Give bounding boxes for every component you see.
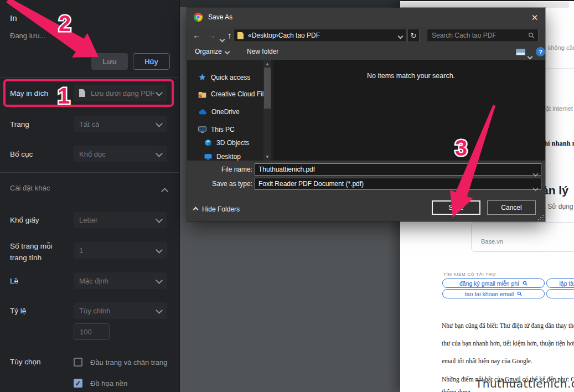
save-type-label: Save as type:: [187, 180, 252, 188]
forward-icon[interactable]: →: [208, 30, 216, 40]
scrollbar-thumb[interactable]: [264, 68, 271, 109]
pages-per-sheet-dropdown[interactable]: 1: [74, 242, 167, 259]
sidebar-item-this-pc[interactable]: This PC: [198, 126, 235, 133]
help-icon[interactable]: ?: [536, 47, 545, 56]
back-icon[interactable]: ←: [193, 30, 201, 40]
breadcrumb-collapse[interactable]: «: [248, 32, 252, 39]
pages-label: Trang: [10, 120, 29, 128]
paper-size-dropdown[interactable]: Letter: [74, 212, 167, 228]
scroll-down-icon[interactable]: ▼: [263, 153, 271, 161]
pages-per-sheet-value: 1: [79, 246, 83, 255]
hide-folders-button[interactable]: Hide Folders: [194, 205, 240, 213]
dialog-body: Quick access Creative Cloud Fil OneDrive…: [187, 60, 545, 161]
search-pill[interactable]: [546, 289, 574, 298]
print-save-button[interactable]: Lưu: [91, 53, 128, 70]
view-thumbnails-icon[interactable]: [516, 49, 525, 55]
dialog-titlebar[interactable]: Save As ✕: [187, 8, 545, 27]
page-heading-fragment: ản lý: [542, 184, 568, 197]
sidebar-item-3d-objects[interactable]: 3D Objects: [204, 139, 249, 147]
search-pill[interactable]: đăng ký gmail miễn phí: [442, 278, 545, 288]
file-name-input[interactable]: Thuthuattienich.pdf: [255, 163, 541, 176]
screen: không cần c ặt internet hí nhanh nhấ ản …: [0, 0, 574, 392]
page-paragraph-line: thư của bạn nhanh hơn, tiết kiệm hơn, th…: [442, 340, 574, 347]
dialog-filename-section: File name: Thuthuattienich.pdf Save as t…: [187, 161, 545, 194]
paper-size-value: Letter: [79, 216, 97, 224]
breadcrumb-current-folder[interactable]: Cach tao PDF: [278, 32, 320, 39]
dialog-nav-row: ← → ↑ « Desktop › Cach tao PDF ↻: [187, 27, 545, 44]
paper-size-label: Khổ giấy: [10, 216, 39, 224]
scroll-up-icon[interactable]: ▲: [263, 60, 271, 68]
search-box[interactable]: [427, 29, 539, 42]
resize-grip[interactable]: [538, 215, 544, 220]
hide-folders-label: Hide Folders: [202, 205, 240, 213]
onedrive-cloud-icon: [198, 109, 207, 115]
header-footer-checkbox[interactable]: [74, 358, 82, 367]
new-folder-button[interactable]: New folder: [247, 48, 278, 55]
print-preview-top-strip: [179, 0, 401, 7]
pill-label: đăng ký gmail miễn phí: [459, 280, 519, 287]
search-input[interactable]: [431, 31, 528, 40]
cancel-button[interactable]: Cancel: [487, 200, 536, 215]
sidebar-item-desktop[interactable]: Desktop: [204, 153, 241, 161]
print-cancel-button[interactable]: Hủy: [133, 53, 170, 70]
organize-button[interactable]: Organize: [195, 48, 229, 55]
sidebar-scrollbar[interactable]: ▲ ▼: [263, 60, 271, 161]
scale-percent-input[interactable]: 100: [74, 323, 110, 340]
file-name-dropdown-chevron-icon[interactable]: [534, 168, 537, 178]
scale-dropdown[interactable]: Tùy chỉnh: [74, 302, 167, 319]
source-card: [471, 222, 574, 252]
recent-locations-chevron-icon[interactable]: [220, 34, 224, 44]
chevron-down-icon: [157, 247, 162, 254]
chevron-up-icon: [193, 207, 199, 212]
cube-icon: [204, 139, 212, 147]
layout-label: Bố cục: [10, 150, 33, 158]
sidebar-item-label: OneDrive: [211, 108, 240, 116]
search-pill[interactable]: tao tai khoan email: [442, 289, 545, 298]
sidebar-item-quick-access[interactable]: Quick access: [198, 73, 250, 81]
step1-highlight-box: [3, 79, 174, 107]
chevron-down-icon: [157, 307, 162, 314]
pages-dropdown[interactable]: Tất cả: [74, 116, 167, 132]
desktop-icon: [204, 153, 212, 160]
save-type-value: Foxit Reader PDF Document (*.pdf): [258, 180, 364, 188]
watermark: Thuthuattienich.com: [475, 377, 574, 390]
more-settings-header[interactable]: Cài đặt khác: [10, 184, 50, 192]
layout-dropdown[interactable]: Khổ dọc: [74, 146, 167, 162]
dialog-title: Save As: [208, 13, 232, 21]
save-type-dropdown-chevron-icon[interactable]: [534, 182, 537, 192]
page-text-fragment: không cần c: [548, 44, 574, 51]
margins-dropdown[interactable]: Mặc định: [74, 272, 167, 289]
dialog-toolbar: Organize New folder ?: [187, 44, 545, 60]
file-list-area[interactable]: No items match your search.: [273, 60, 545, 161]
page-paragraph-line: thông dụng…: [442, 389, 477, 392]
up-icon[interactable]: ↑: [227, 30, 232, 40]
page-top-strip: [400, 2, 569, 8]
chevron-down-icon: [157, 151, 162, 157]
file-name-value: Thuthuattienich.pdf: [258, 166, 315, 173]
page-paragraph-line: email tốt nhất hiện nay của Google.: [442, 358, 532, 364]
search-icon: [517, 291, 522, 296]
sidebar-item-creative-cloud[interactable]: Creative Cloud Fil: [198, 90, 263, 98]
background-graphics-checkbox[interactable]: ✓: [74, 379, 82, 388]
address-bar[interactable]: « Desktop › Cach tao PDF: [234, 29, 406, 42]
pill-label: tao tai khoan email: [465, 291, 514, 297]
close-icon[interactable]: ✕: [529, 12, 540, 23]
sidebar-item-label: Quick access: [211, 74, 250, 81]
organize-label: Organize: [195, 48, 222, 55]
save-button[interactable]: Save: [432, 200, 480, 215]
chevron-down-icon: [157, 121, 162, 127]
source-card-label: Base.vn: [481, 238, 503, 245]
refresh-icon[interactable]: ↻: [407, 29, 420, 42]
margins-value: Mặc định: [79, 277, 108, 285]
background-graphics-label: Đồ họa nền: [90, 379, 127, 388]
creative-cloud-folder-icon: [198, 91, 206, 98]
search-pill[interactable]: lập tài: [546, 278, 574, 288]
print-panel-title: In: [10, 13, 17, 23]
address-dropdown-chevron-icon[interactable]: [399, 30, 402, 40]
sidebar-item-label: 3D Objects: [216, 139, 249, 147]
breadcrumb-desktop[interactable]: Desktop: [252, 32, 276, 39]
print-settings-panel: In Đang lưu... Lưu Hủy Máy in đích Lưu d…: [0, 0, 180, 392]
chevron-up-icon[interactable]: [162, 186, 167, 196]
save-type-select[interactable]: Foxit Reader PDF Document (*.pdf): [255, 178, 541, 190]
sidebar-item-onedrive[interactable]: OneDrive: [198, 108, 240, 116]
